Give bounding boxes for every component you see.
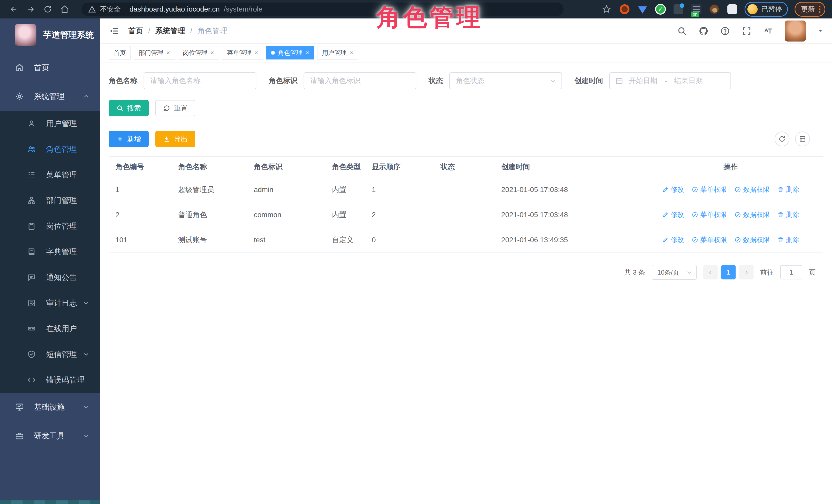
cell-sort: 2 — [365, 211, 434, 219]
browser-menu-icon[interactable] — [819, 6, 821, 13]
fullscreen-icon[interactable] — [742, 26, 752, 36]
date-range-picker[interactable]: 开始日期 - 结束日期 — [609, 72, 731, 89]
browser-home-icon[interactable] — [57, 2, 72, 17]
data-permission-link[interactable]: 数据权限 — [734, 235, 770, 244]
tab-posts[interactable]: 岗位管理× — [178, 46, 219, 59]
search-button[interactable]: 搜索 — [109, 100, 149, 116]
sidebar-item-audit-log[interactable]: 审计日志 — [0, 290, 100, 316]
cell-role-name: 超级管理员 — [172, 185, 247, 194]
start-date-placeholder: 开始日期 — [629, 76, 657, 86]
status-select[interactable]: 角色状态 — [449, 72, 562, 89]
goto-page-input[interactable] — [780, 265, 802, 280]
close-icon[interactable]: × — [350, 50, 353, 56]
close-icon[interactable]: × — [306, 50, 309, 56]
menu-permission-link[interactable]: 菜单权限 — [692, 210, 727, 219]
close-icon[interactable]: × — [166, 50, 170, 56]
tab-label: 用户管理 — [322, 49, 347, 57]
edit-link[interactable]: 修改 — [662, 210, 684, 219]
sidebar-item-posts[interactable]: 岗位管理 — [0, 213, 100, 239]
sidebar-item-users[interactable]: 用户管理 — [0, 111, 100, 136]
menu-permission-link[interactable]: 菜单权限 — [692, 235, 727, 244]
close-icon[interactable]: × — [255, 50, 258, 56]
sidebar-item-infrastructure[interactable]: 基础设施 — [0, 393, 100, 421]
page-number-active[interactable]: 1 — [721, 265, 735, 280]
app-logo-image — [15, 24, 36, 46]
column-settings-button[interactable] — [795, 132, 810, 147]
sidebar-item-dev-tools[interactable]: 研发工具 — [0, 421, 100, 450]
post-badge-icon — [27, 222, 36, 231]
data-permission-link[interactable]: 数据权限 — [734, 185, 770, 194]
reset-button[interactable]: 重置 — [155, 100, 196, 116]
help-icon[interactable] — [720, 26, 730, 36]
edit-link[interactable]: 修改 — [662, 235, 684, 244]
tab-users[interactable]: 用户管理× — [317, 46, 358, 59]
data-permission-link[interactable]: 数据权限 — [734, 210, 770, 219]
sidebar-item-menus[interactable]: 菜单管理 — [0, 162, 100, 188]
extension-green-check-icon[interactable]: ✓ — [655, 4, 666, 15]
sidebar-item-dict[interactable]: 字典管理 — [0, 239, 100, 265]
close-icon[interactable]: × — [210, 50, 214, 56]
extension-monkey-icon[interactable] — [709, 4, 720, 15]
sidebar-item-label: 在线用户 — [46, 323, 77, 334]
prev-page-button[interactable] — [703, 265, 718, 280]
role-key-input[interactable] — [304, 72, 416, 89]
sidebar-item-error-codes[interactable]: 错误码管理 — [0, 367, 100, 393]
delete-link[interactable]: 删除 — [777, 185, 799, 194]
download-icon — [163, 135, 170, 142]
page-size-select[interactable]: 10条/页 — [652, 265, 697, 280]
roles-icon — [27, 145, 36, 154]
profile-paused-pill[interactable]: 已暂停 — [745, 2, 788, 17]
browser-update-button[interactable]: 更新 — [795, 2, 825, 17]
extension-target-icon[interactable] — [619, 4, 630, 15]
col-role-key: 角色标识 — [247, 162, 326, 172]
breadcrumb-system[interactable]: 系统管理 — [155, 26, 185, 36]
browser-reload-icon[interactable] — [41, 2, 55, 17]
next-page-button[interactable] — [739, 265, 754, 280]
extension-switch-icon[interactable]: on — [691, 4, 702, 15]
avatar-caret-down-icon[interactable] — [817, 28, 823, 34]
github-icon[interactable] — [699, 26, 708, 36]
sidebar-item-departments[interactable]: 部门管理 — [0, 188, 100, 213]
role-name-input[interactable] — [144, 72, 256, 89]
edit-pencil-icon — [662, 212, 669, 218]
table-tools — [775, 132, 810, 147]
user-avatar[interactable] — [785, 21, 806, 42]
sidebar-item-sms[interactable]: 短信管理 — [0, 342, 100, 367]
sidebar-item-home[interactable]: 首页 — [0, 53, 100, 82]
overlay-annotation-title: 角色管理 — [376, 1, 483, 33]
tab-roles-active[interactable]: 角色管理× — [266, 46, 314, 59]
delete-link[interactable]: 删除 — [777, 235, 799, 244]
sidebar-item-label: 研发工具 — [34, 431, 64, 441]
tab-menus[interactable]: 菜单管理× — [222, 46, 263, 59]
app-logo-row[interactable]: 芋道管理系统 — [0, 19, 100, 51]
extension-gem-icon[interactable] — [637, 4, 648, 15]
sidebar-item-roles[interactable]: 角色管理 — [0, 136, 100, 162]
extension-grid-icon[interactable] — [673, 4, 684, 15]
monitor-icon — [15, 402, 24, 412]
extension-puzzle-icon[interactable] — [727, 4, 738, 15]
tab-departments[interactable]: 部门管理× — [134, 46, 175, 59]
breadcrumb-home[interactable]: 首页 — [128, 26, 143, 36]
sidebar-fold-icon[interactable] — [109, 26, 120, 36]
bookmark-star-icon[interactable] — [601, 4, 612, 15]
font-size-icon[interactable] — [763, 26, 773, 36]
col-create-time: 创建时间 — [495, 162, 638, 172]
tab-home[interactable]: 首页 — [109, 46, 131, 59]
circle-check-icon — [734, 186, 741, 193]
export-button[interactable]: 导出 — [155, 131, 196, 147]
edit-link[interactable]: 修改 — [662, 185, 684, 194]
address-bar[interactable]: 不安全 dashboard.yudao.iocoder.cn/system/ro… — [81, 3, 564, 16]
total-count: 共 3 条 — [624, 268, 645, 277]
menu-permission-link[interactable]: 菜单权限 — [692, 185, 727, 194]
refresh-table-button[interactable] — [775, 132, 789, 147]
browser-back-icon[interactable] — [7, 2, 21, 17]
sidebar-item-notice[interactable]: 通知公告 — [0, 265, 100, 290]
cell-role-key: admin — [247, 186, 326, 194]
delete-link[interactable]: 删除 — [777, 210, 799, 219]
search-icon[interactable] — [677, 26, 687, 36]
browser-forward-icon[interactable] — [24, 2, 38, 17]
add-button[interactable]: 新增 — [109, 131, 149, 147]
sidebar-item-online-users[interactable]: 在线用户 — [0, 316, 100, 342]
reset-button-label: 重置 — [174, 104, 188, 113]
sidebar-item-system[interactable]: 系统管理 — [0, 82, 100, 111]
